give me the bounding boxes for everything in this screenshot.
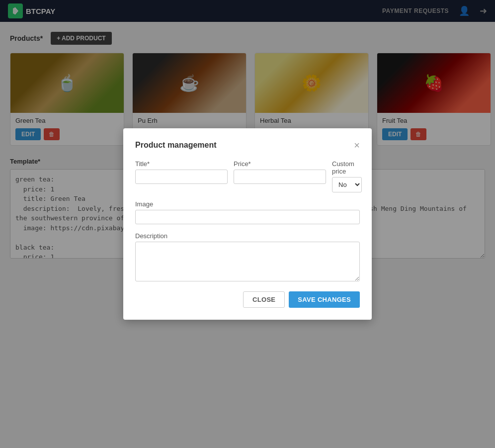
modal-title: Product management (135, 141, 217, 150)
form-group-title: Title* (135, 160, 228, 192)
description-textarea[interactable] (135, 242, 360, 270)
form-group-description: Description (135, 232, 360, 270)
title-label: Title* (135, 160, 228, 168)
price-label: Price* (234, 160, 326, 168)
modal-close-x-button[interactable]: × (354, 140, 360, 150)
modal-header: Product management × (135, 140, 360, 150)
custom-price-select[interactable]: No Yes (332, 177, 362, 192)
form-group-custom-price: Custom price No Yes (332, 160, 362, 192)
form-group-price: Price* (234, 160, 326, 192)
price-input[interactable] (234, 170, 326, 184)
modal-overlay[interactable]: Product management × Title* Price* Custo… (0, 0, 495, 270)
form-group-image: Image (135, 200, 360, 224)
description-label: Description (135, 232, 360, 240)
custom-price-label: Custom price (332, 160, 362, 175)
image-label: Image (135, 200, 360, 208)
form-row-title-price: Title* Price* Custom price No Yes (135, 160, 360, 192)
title-input[interactable] (135, 170, 228, 184)
image-input[interactable] (135, 210, 360, 224)
product-management-modal: Product management × Title* Price* Custo… (123, 128, 372, 270)
